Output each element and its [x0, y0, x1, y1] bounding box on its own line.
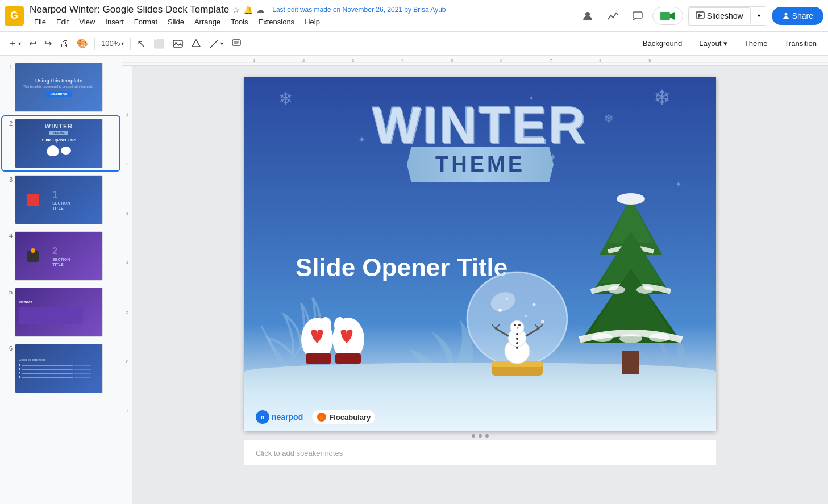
svg-text:2: 2 [302, 58, 305, 63]
add-slide-btn[interactable]: ＋▾ [5, 36, 24, 52]
christmas-tree [568, 186, 693, 380]
svg-point-42 [592, 333, 613, 342]
doc-title-row: Nearpod Winter: Google Slides Deck Templ… [30, 4, 574, 15]
slideshow-button[interactable]: Slideshow [688, 7, 751, 24]
meet-button[interactable] [652, 7, 683, 25]
flocabulary-text: Flocabulary [329, 413, 371, 422]
share-button[interactable]: Share [772, 7, 823, 25]
ruler-horizontal: 1 2 3 4 5 6 7 8 9 [122, 56, 828, 66]
ruler-vertical: 1 2 3 4 5 6 7 [122, 66, 132, 504]
zoom-level: 100% [101, 39, 120, 48]
transition-btn[interactable]: Transition [777, 37, 823, 50]
menu-slide[interactable]: Slide [163, 16, 189, 27]
slide-preview-3: 1 SECTION TITLE [15, 175, 103, 224]
theme-banner: THEME [407, 147, 554, 182]
chat-btn[interactable] [627, 6, 648, 26]
shape-btn[interactable] [188, 36, 205, 52]
svg-marker-6 [698, 14, 702, 18]
separator-3 [248, 38, 248, 50]
nearpod-text: nearpod [272, 413, 303, 422]
winter-text: WINTER [244, 100, 716, 151]
dot-3 [485, 434, 489, 438]
svg-point-56 [516, 333, 518, 335]
undo-btn[interactable]: ↩ [26, 36, 40, 52]
notes-area[interactable]: Click to add speaker notes [244, 440, 716, 465]
menu-bar: File Edit View Insert Format Slide Arran… [30, 16, 574, 27]
layout-btn[interactable]: Layout ▾ [692, 37, 734, 50]
line-btn[interactable]: ▾ [206, 36, 227, 52]
svg-text:1: 1 [253, 58, 256, 63]
app-logo: G [5, 6, 24, 26]
menu-edit[interactable]: Edit [52, 16, 73, 27]
svg-point-67 [533, 303, 536, 306]
cloud-icon[interactable]: ☁ [256, 5, 264, 14]
frame-btn[interactable]: ⬜ [150, 36, 168, 52]
menu-tools[interactable]: Tools [226, 16, 252, 27]
menu-extensions[interactable]: Extensions [254, 16, 299, 27]
svg-point-41 [636, 286, 654, 294]
svg-point-44 [619, 334, 642, 343]
presenter-view-btn[interactable] [577, 6, 598, 26]
bell-icon[interactable]: 🔔 [243, 5, 253, 14]
svg-point-35 [617, 193, 645, 205]
flocabulary-logo: F Flocabulary [312, 410, 375, 424]
comment-btn[interactable] [228, 36, 245, 52]
doc-title: Nearpod Winter: Google Slides Deck Templ… [30, 4, 229, 15]
slide-thumb-3[interactable]: 3 1 SECTION TITLE [2, 173, 119, 227]
print-btn[interactable]: 🖨 [56, 36, 72, 52]
slide-panel: 1 Using this template This template is d… [0, 56, 122, 504]
slide-canvas[interactable]: ❄ ❄ ❄ ✦ ✦ ✦ ✦ ✦ WINTER THEME [244, 77, 716, 431]
toolbar: ＋▾ ↩ ↪ 🖨 🎨 100%▾ ↖ ⬜ ▾ Background Layout… [0, 32, 828, 56]
svg-text:4: 4 [401, 58, 404, 63]
svg-text:9: 9 [648, 58, 651, 63]
svg-rect-12 [232, 40, 240, 45]
analytics-btn[interactable] [602, 6, 623, 26]
svg-text:2: 2 [126, 161, 129, 166]
snow-globe [460, 265, 574, 381]
menu-help[interactable]: Help [300, 16, 324, 27]
slide-thumb-2[interactable]: 2 WINTER THEME Slide Opener Title [2, 116, 119, 170]
menu-view[interactable]: View [74, 16, 99, 27]
layout-arrow: ▾ [723, 39, 727, 48]
slide-thumb-5[interactable]: 5 Header [2, 285, 119, 339]
slide-preview-2: WINTER THEME Slide Opener Title [15, 119, 103, 168]
star-icon[interactable]: ☆ [232, 5, 240, 14]
slide-number-5: 5 [5, 288, 13, 295]
slide-number-3: 3 [5, 175, 13, 183]
slideshow-dropdown[interactable]: ▾ [751, 7, 767, 25]
svg-text:3: 3 [352, 58, 355, 63]
svg-rect-8 [173, 40, 182, 47]
svg-point-0 [585, 12, 590, 16]
image-btn[interactable] [169, 36, 186, 52]
menu-format[interactable]: Format [130, 16, 162, 27]
paintformat-btn[interactable]: 🎨 [73, 36, 91, 52]
svg-point-57 [516, 338, 518, 340]
mittens [294, 308, 368, 384]
redo-btn[interactable]: ↪ [41, 36, 55, 52]
menu-arrange[interactable]: Arrange [190, 16, 225, 27]
theme-btn[interactable]: Theme [738, 37, 774, 50]
svg-rect-32 [622, 351, 639, 374]
slide-number-4: 4 [5, 231, 13, 239]
svg-text:5: 5 [451, 58, 453, 63]
svg-marker-10 [192, 40, 200, 47]
separator-2 [130, 38, 131, 50]
background-btn[interactable]: Background [636, 37, 689, 50]
slide-number-6: 6 [5, 344, 13, 352]
svg-text:3: 3 [126, 211, 129, 216]
svg-point-69 [506, 298, 508, 300]
menu-file[interactable]: File [30, 16, 51, 27]
menu-insert[interactable]: Insert [101, 16, 128, 27]
canvas-area: 1 2 3 4 5 6 7 8 9 1 2 3 4 5 6 [122, 56, 828, 504]
zoom-btn[interactable]: 100%▾ [98, 36, 127, 52]
svg-text:6: 6 [126, 359, 129, 364]
slide-preview-6: Click to add text 1 2 3 4 [15, 344, 103, 393]
cursor-btn[interactable]: ↖ [134, 36, 149, 52]
svg-point-54 [518, 324, 521, 326]
svg-point-59 [516, 347, 518, 349]
slideshow-label: Slideshow [707, 11, 743, 20]
slide-thumb-1[interactable]: 1 Using this template This template is d… [2, 60, 119, 114]
svg-point-70 [541, 320, 544, 323]
slide-thumb-4[interactable]: 4 2 SECTION TITLE [2, 229, 119, 283]
slide-thumb-6[interactable]: 6 Click to add text 1 2 3 4 [2, 341, 119, 395]
